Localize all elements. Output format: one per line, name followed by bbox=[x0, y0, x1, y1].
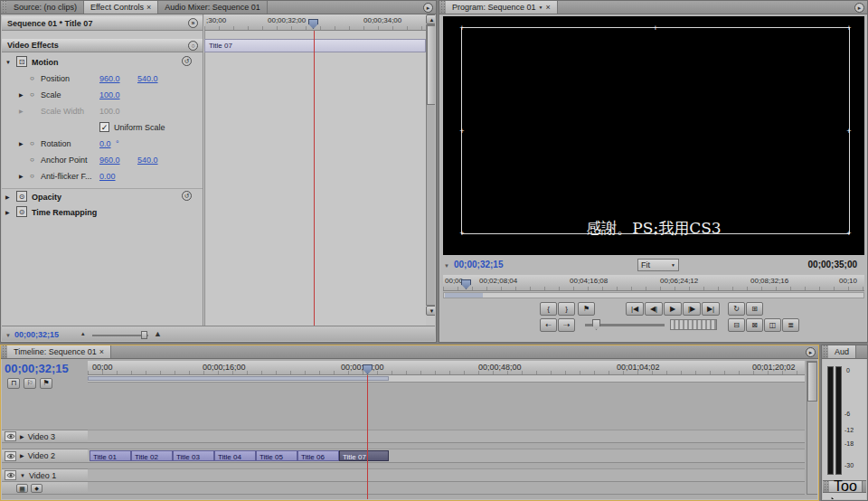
set-in-point-button[interactable]: { bbox=[540, 302, 557, 316]
panel-drag-grip[interactable] bbox=[822, 345, 828, 358]
position-x-value[interactable]: 960.0 bbox=[99, 74, 120, 83]
clip-title-04[interactable]: Title 04 bbox=[214, 450, 256, 461]
tab-source[interactable]: Source: (no clips) bbox=[7, 1, 84, 14]
expander-icon[interactable]: ▼ bbox=[5, 60, 11, 65]
export-frame-button[interactable]: ◫ bbox=[764, 318, 781, 332]
close-icon[interactable]: × bbox=[146, 3, 151, 12]
scrollbar-thumb[interactable] bbox=[427, 25, 435, 105]
panel-menu-icon[interactable]: ▸ bbox=[854, 3, 864, 13]
toggle-track-output-button[interactable] bbox=[5, 470, 16, 480]
effect-mini-ruler[interactable]: ;30;00 00;00;32;00 00;00;34;00 bbox=[204, 14, 426, 31]
transform-handle[interactable]: + bbox=[459, 24, 464, 33]
expander-icon[interactable]: ▶ bbox=[5, 194, 10, 200]
track-lane-video2[interactable]: Title 01 Title 02 Title 03 Title 04 Titl… bbox=[88, 449, 805, 463]
toggle-track-output-button[interactable] bbox=[5, 451, 16, 461]
title-overlay-text[interactable]: 感謝。PS:我用CS3 bbox=[586, 218, 721, 239]
zoom-level-select[interactable]: Fit ▼ bbox=[637, 259, 679, 271]
next-marker-button[interactable]: ⇢ bbox=[558, 318, 575, 332]
step-forward-button[interactable]: |▶ bbox=[683, 302, 701, 316]
reset-effect-icon[interactable]: ↺ bbox=[182, 56, 192, 66]
effect-clip-bar[interactable]: Title 07 bbox=[204, 39, 426, 52]
panel-drag-grip[interactable] bbox=[823, 481, 829, 492]
set-out-point-button[interactable]: } bbox=[558, 302, 575, 316]
program-ruler[interactable]: 00;00 00;02;08;04 00;04;16;08 00;06;24;1… bbox=[443, 275, 864, 291]
shuttle-slider[interactable] bbox=[585, 324, 665, 326]
toggle-animation-icon[interactable]: ○ bbox=[30, 91, 34, 99]
set-display-style-button[interactable]: ▦ bbox=[16, 484, 28, 493]
program-current-timecode[interactable]: 00;00;32;15 bbox=[454, 260, 503, 269]
zoom-in-icon[interactable]: ▲ bbox=[154, 329, 162, 338]
scroll-down-button[interactable]: ▼ bbox=[426, 306, 435, 316]
expander-icon[interactable]: ▶ bbox=[19, 141, 24, 147]
scale-value[interactable]: 100.0 bbox=[99, 90, 120, 99]
program-video-frame[interactable]: + + + + + + + + 感謝。PS:我用CS3 bbox=[443, 16, 864, 255]
timeline-workarea-bar[interactable] bbox=[88, 375, 805, 383]
track-lane-video1[interactable] bbox=[88, 468, 805, 482]
extract-button[interactable]: ⊠ bbox=[746, 318, 763, 332]
loop-button[interactable]: ↻ bbox=[728, 302, 745, 316]
clip-title-05[interactable]: Title 05 bbox=[256, 450, 297, 461]
toggle-animation-icon[interactable]: ○ bbox=[30, 156, 34, 164]
zoom-slider-thumb[interactable] bbox=[141, 331, 147, 339]
play-button[interactable]: ▶ bbox=[664, 302, 682, 316]
chevron-down-icon[interactable]: ▼ bbox=[5, 333, 11, 338]
panel-drag-grip[interactable] bbox=[439, 1, 446, 14]
playhead-line[interactable] bbox=[367, 375, 368, 499]
toggle-track-output-button[interactable] bbox=[5, 431, 16, 441]
anchor-y-value[interactable]: 540.0 bbox=[137, 156, 158, 165]
toggle-animation-icon[interactable]: ○ bbox=[30, 140, 34, 147]
scrollbar-thumb[interactable] bbox=[807, 362, 817, 402]
tab-audio-mixer[interactable]: Audio Mixer: Sequence 01 bbox=[158, 1, 268, 14]
close-icon[interactable]: × bbox=[99, 347, 104, 356]
anchor-x-value[interactable]: 960.0 bbox=[99, 156, 120, 165]
expander-icon[interactable]: ▶ bbox=[20, 434, 24, 440]
panel-menu-icon[interactable]: ▸ bbox=[423, 3, 433, 13]
safe-margins-button[interactable]: ⊞ bbox=[746, 302, 763, 316]
transform-handle[interactable]: + bbox=[459, 127, 464, 135]
position-y-value[interactable]: 540.0 bbox=[137, 74, 158, 83]
uniform-scale-checkbox[interactable]: ✓ bbox=[99, 122, 109, 132]
toggle-animation-icon[interactable]: ○ bbox=[30, 173, 34, 180]
workarea-segment[interactable] bbox=[445, 293, 483, 298]
chevron-down-icon[interactable]: ▼ bbox=[444, 263, 449, 269]
section-badge-icon[interactable]: ○ bbox=[188, 41, 198, 51]
show-keyframes-button[interactable]: ◆ bbox=[31, 484, 42, 493]
toggle-animation-icon[interactable]: ○ bbox=[30, 75, 34, 82]
scroll-up-button[interactable]: ▲ bbox=[426, 14, 435, 24]
snap-toggle-button[interactable]: ⊓ bbox=[7, 378, 20, 389]
title-bounding-box[interactable]: + + + + + + + + bbox=[461, 27, 850, 234]
set-marker-button[interactable]: ⚑ bbox=[40, 378, 52, 389]
clip-title-02[interactable]: Title 02 bbox=[131, 450, 173, 461]
tab-program[interactable]: Program: Sequence 01 ▼ × bbox=[446, 1, 558, 14]
selection-tool-button[interactable] bbox=[830, 493, 839, 499]
timeline-current-timecode[interactable]: 00;00;32;15 bbox=[5, 362, 69, 375]
tab-audio-meters[interactable]: Aud bbox=[828, 345, 856, 358]
set-marker-button[interactable]: ⚑ bbox=[578, 302, 595, 316]
expander-icon[interactable]: ▶ bbox=[20, 453, 24, 458]
transform-handle[interactable]: + bbox=[846, 127, 851, 135]
program-workarea-bar[interactable] bbox=[443, 292, 864, 298]
zoom-out-icon[interactable]: ▴ bbox=[81, 330, 85, 337]
expander-icon[interactable]: ▼ bbox=[20, 473, 25, 478]
expander-icon[interactable]: ▶ bbox=[19, 92, 24, 98]
previous-marker-button[interactable]: ⇠ bbox=[540, 318, 557, 332]
transform-handle[interactable]: + bbox=[846, 24, 851, 33]
transform-handle[interactable]: + bbox=[846, 230, 851, 238]
clip-title-07-selected[interactable]: Title 07 bbox=[339, 450, 389, 461]
zoom-slider[interactable] bbox=[92, 335, 148, 336]
lift-button[interactable]: ⊟ bbox=[728, 318, 745, 332]
jog-disk[interactable] bbox=[670, 319, 717, 330]
column-divider[interactable] bbox=[203, 14, 203, 326]
panel-drag-grip[interactable] bbox=[1, 1, 7, 14]
set-encore-marker-button[interactable]: ⚐ bbox=[24, 378, 36, 389]
transform-handle[interactable]: + bbox=[653, 24, 657, 33]
track-sublane-video1[interactable] bbox=[88, 482, 805, 495]
transform-handle[interactable]: + bbox=[459, 230, 464, 238]
expander-icon[interactable]: ▶ bbox=[19, 174, 24, 179]
trim-button[interactable]: ≣ bbox=[782, 318, 799, 332]
close-icon[interactable]: × bbox=[546, 3, 551, 12]
expander-icon[interactable]: ▶ bbox=[5, 210, 10, 215]
go-to-in-button[interactable]: |◀ bbox=[626, 302, 644, 316]
clip-title-01[interactable]: Title 01 bbox=[90, 450, 131, 461]
go-to-out-button[interactable]: ▶| bbox=[702, 302, 720, 316]
